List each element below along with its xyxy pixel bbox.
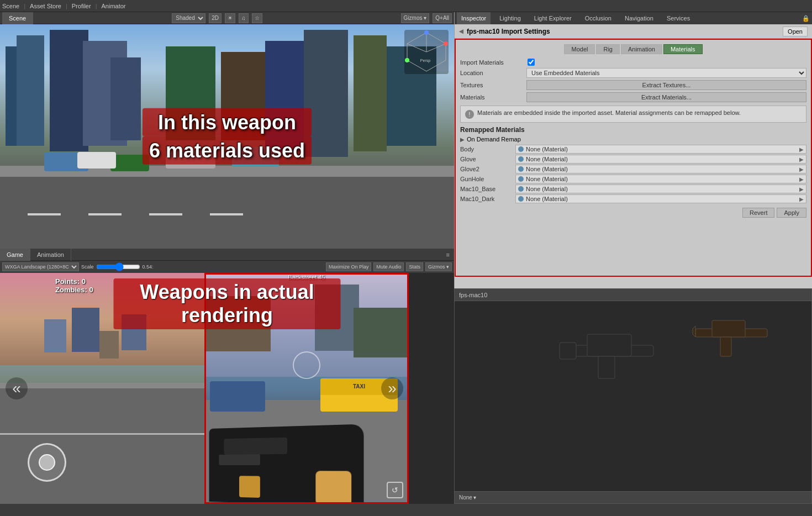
inspector-bottom: fps-mac10 [455,277,812,504]
main-layout: Scene Shaded 2D ☀ ♫ ☆ Gizmos ▾ Q+All [0,12,812,504]
svg-marker-15 [693,326,695,337]
gunhole-mat-arrow[interactable]: ▶ [799,176,804,182]
glove-mat-arrow[interactable]: ▶ [799,156,804,162]
body-field[interactable]: None (Material) ▶ [515,145,806,154]
model-tab[interactable]: Model [564,44,595,54]
mobile-joystick[interactable] [28,443,66,482]
mobile-building-2 [72,308,99,352]
apply-button[interactable]: Apply [777,208,806,218]
materials-row: Materials Extract Materials... [460,92,806,102]
back-arrow-icon[interactable]: ◀ [459,28,463,34]
rig-tab[interactable]: Rig [596,44,620,54]
asset-store-menu-item[interactable]: Asset Store [30,3,61,9]
mute-audio-btn[interactable]: Mute Audio [373,262,404,271]
mobile-building-1 [44,319,66,352]
mac10base-label: Mac10_Base [460,186,515,192]
game-overlay-heading: Weapons in actual rendering [114,278,341,329]
game-tab[interactable]: Game [0,249,30,261]
glove-mat-value: None (Material) [526,156,568,162]
stats-btn[interactable]: Stats [406,262,423,271]
game-overlay-text: Weapons in actual rendering [114,278,341,329]
chevron-right-btn[interactable]: » [381,377,403,399]
extract-textures-btn[interactable]: Extract Textures... [526,80,806,90]
mac10dark-mat-arrow[interactable]: ▶ [799,196,804,202]
weapon-model-1 [554,323,665,389]
mobile-road-line [0,433,204,435]
lock-icon[interactable]: 🔒 [802,15,810,22]
road-line-2 [88,213,122,215]
road-line-3 [149,213,182,215]
2d-toggle[interactable]: 2D [209,13,222,23]
lighting-tab[interactable]: Lighting [495,12,525,24]
location-row: Location Use Embedded Materials [460,68,806,78]
weapon-mac10 [209,424,364,504]
preview-bottom-bar: None ▾ [455,491,811,503]
gizmos-dropdown[interactable]: Gizmos ▾ [401,13,430,23]
extract-materials-btn[interactable]: Extract Materials... [526,92,806,102]
revert-button[interactable]: Revert [742,208,774,218]
svg-rect-13 [712,320,745,337]
scale-slider[interactable] [96,264,140,270]
mobile-road [0,388,204,504]
animator-menu-item[interactable]: Animator [101,3,125,9]
material-row-mac10dark: Mac10_Dark None (Material) ▶ [460,194,806,203]
audio-toggle[interactable]: ♫ [239,13,249,23]
mac10base-mat-arrow[interactable]: ▶ [799,186,804,192]
svg-text:Persp: Persp [420,59,430,63]
import-materials-checkbox[interactable] [528,59,535,66]
body-label: Body [460,146,515,152]
road-line-4 [210,213,243,215]
gunhole-field[interactable]: None (Material) ▶ [515,175,806,183]
inspector-tab[interactable]: Inspector [457,12,491,24]
reload-icon[interactable]: ↺ [387,482,403,498]
chevron-left-btn[interactable]: « [6,377,28,399]
glove2-mat-arrow[interactable]: ▶ [799,166,804,172]
svg-rect-14 [720,337,731,356]
nav-cube[interactable]: Persp [404,30,449,74]
material-row-glove: Glove None (Material) ▶ [460,155,806,164]
animation-import-tab[interactable]: Animation [621,44,662,54]
left-panel: Scene Shaded 2D ☀ ♫ ☆ Gizmos ▾ Q+All [0,12,454,504]
scene-tab[interactable]: Scene [2,12,33,24]
fx-toggle[interactable]: ☆ [252,13,262,23]
gunhole-label: GunHole [460,176,515,182]
q-all-btn[interactable]: Q+All [433,13,452,23]
glove2-mat-circle [518,166,524,172]
scale-value: 0.54: [143,264,154,270]
maximize-on-play-btn[interactable]: Maximize On Play [326,262,372,271]
mac10base-field[interactable]: None (Material) ▶ [515,185,806,193]
on-demand-arrow[interactable]: ▶ [460,136,465,143]
game-view: Game Animation ≡ WXGA Landscape (1280×8C… [0,249,454,504]
svg-rect-9 [587,334,631,356]
open-button[interactable]: Open [783,27,808,36]
animation-tab[interactable]: Animation [30,249,71,261]
preview-header: fps-mac10 [455,289,811,301]
location-select[interactable]: Use Embedded Materials [526,68,806,78]
glove2-field[interactable]: None (Material) ▶ [515,165,806,173]
light-explorer-tab[interactable]: Light Explorer [530,12,576,24]
preview-canvas: None ▾ [455,301,811,503]
profiler-menu-item[interactable]: Profiler [72,3,91,9]
material-row-gunhole: GunHole None (Material) ▶ [460,175,806,183]
mac10dark-field[interactable]: None (Material) ▶ [515,194,806,203]
svg-rect-10 [598,356,615,378]
scale-label: Scale [81,264,94,270]
materials-tab[interactable]: Materials [663,44,703,54]
building-5 [110,57,141,140]
navigation-tab[interactable]: Navigation [620,12,658,24]
light-toggle[interactable]: ☀ [225,13,235,23]
occlusion-tab[interactable]: Occlusion [581,12,616,24]
game-tab-bar: Game Animation ≡ [0,249,454,261]
glove-field[interactable]: None (Material) ▶ [515,155,806,164]
gizmos-game-btn[interactable]: Gizmos ▾ [425,262,452,271]
materials-label: Materials [460,94,526,101]
resolution-select[interactable]: WXGA Landscape (1280×8C [2,262,79,271]
services-tab[interactable]: Services [662,12,694,24]
options-icon[interactable]: ≡ [442,251,454,258]
scene-menu-item[interactable]: Scene [2,3,19,9]
shaded-select[interactable]: Shaded [172,13,205,23]
joystick-inner [39,454,55,471]
mac10base-mat-circle [518,186,524,192]
preview-none-dropdown[interactable]: ▾ [473,494,476,501]
body-mat-arrow[interactable]: ▶ [799,146,804,152]
